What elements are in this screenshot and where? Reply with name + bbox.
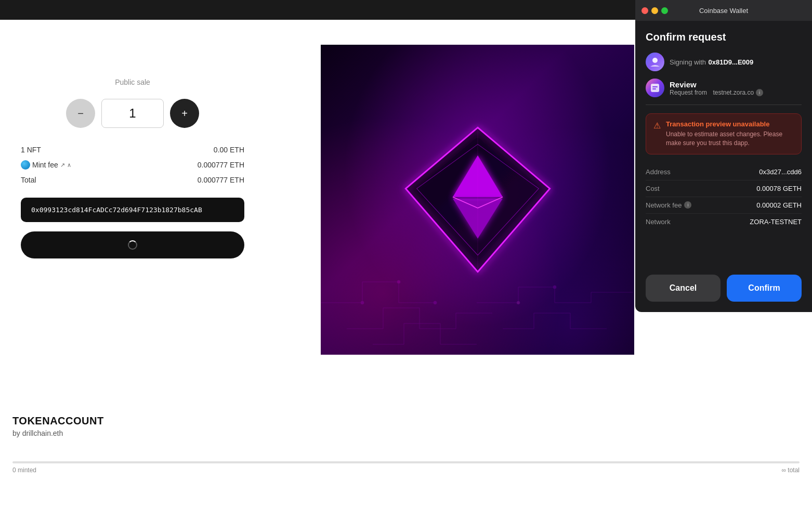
earth-icon <box>21 160 30 170</box>
svg-point-10 <box>434 301 437 304</box>
progress-track <box>12 461 800 463</box>
address-row: Address 0x3d27...cdd6 <box>646 164 802 180</box>
review-row: Review Request from testnet.zora.co i <box>646 79 802 105</box>
network-fee-row: Network fee i 0.00002 GETH <box>646 197 802 214</box>
nft-image-area <box>321 45 634 355</box>
svg-point-13 <box>652 58 658 63</box>
mint-panel: Public sale − + 1 NFT 0.00 ETH Mint fee … <box>21 78 244 258</box>
address-value: 0x3d27...cdd6 <box>759 168 802 176</box>
loading-spinner <box>128 240 137 250</box>
warning-title: Transaction preview unavailable <box>666 120 794 128</box>
quantity-increase-button[interactable]: + <box>170 99 199 128</box>
svg-point-12 <box>553 286 556 289</box>
warning-box: ⚠ Transaction preview unavailable Unable… <box>646 113 802 154</box>
network-fee-value: 0.00002 GETH <box>756 201 802 209</box>
wallet-title-bar: Coinbase Wallet <box>635 0 812 21</box>
maximize-window-button[interactable] <box>661 7 668 14</box>
wallet-popup: Coinbase Wallet Confirm request Signing … <box>635 0 812 312</box>
review-avatar-icon <box>649 82 661 94</box>
svg-rect-14 <box>651 84 659 92</box>
mint-loading-button[interactable] <box>21 231 244 258</box>
wallet-title-text: Coinbase Wallet <box>699 7 748 15</box>
quantity-decrease-button[interactable]: − <box>66 99 95 128</box>
review-from-site[interactable]: testnet.zora.co <box>713 89 754 96</box>
wallet-body: Confirm request Signing with 0x81D9...E0… <box>635 21 812 312</box>
signing-row: Signing with 0x81D9...E009 <box>646 53 802 71</box>
traffic-lights <box>641 7 668 14</box>
price-rows: 1 NFT 0.00 ETH Mint fee ↗ ∧ 0.000777 ETH… <box>21 143 244 187</box>
circuit-lines-svg <box>321 251 633 355</box>
warning-triangle-icon: ⚠ <box>653 121 661 131</box>
address-label: Address <box>646 168 671 176</box>
total-row: Total 0.000777 ETH <box>21 173 244 187</box>
review-from: Request from testnet.zora.co i <box>670 89 763 96</box>
network-row: Network ZORA-TESTNET <box>646 214 802 230</box>
confirm-request-heading: Confirm request <box>646 31 802 43</box>
cancel-button[interactable]: Cancel <box>646 275 721 302</box>
sale-type-label: Public sale <box>21 78 244 86</box>
quantity-row: − + <box>21 99 244 128</box>
mint-fee-row: Mint fee ↗ ∧ 0.000777 ETH <box>21 157 244 173</box>
progress-bar-area: 0 minted ∞ total <box>12 461 800 474</box>
svg-rect-16 <box>652 88 656 89</box>
mint-fee-label: Mint fee ↗ ∧ <box>21 160 71 170</box>
cost-row: Cost 0.00078 GETH <box>646 180 802 197</box>
svg-point-8 <box>361 301 364 304</box>
wallet-actions: Cancel Confirm <box>646 275 802 304</box>
confirm-button[interactable]: Confirm <box>727 275 802 302</box>
tx-hash-box: 0x0993123cd814FcADCc72d694F7123b1827b85c… <box>21 198 244 222</box>
review-avatar <box>646 79 664 97</box>
total-label: Total <box>21 176 36 184</box>
warning-content: Transaction preview unavailable Unable t… <box>666 120 794 148</box>
signing-avatar <box>646 53 664 71</box>
tx-hash-text: 0x0993123cd814FcADCc72d694F7123b1827b85c… <box>31 206 202 214</box>
external-link-icon: ↗ <box>60 162 65 169</box>
token-by: by drillchain.eth <box>12 429 104 437</box>
chevron-up-icon: ∧ <box>67 162 71 169</box>
minimize-window-button[interactable] <box>651 7 658 14</box>
svg-point-9 <box>397 280 400 283</box>
progress-labels: 0 minted ∞ total <box>12 467 800 474</box>
nft-count-label: 1 NFT <box>21 146 41 154</box>
review-from-label: Request from <box>670 89 707 96</box>
nft-price-value: 0.00 ETH <box>214 146 244 154</box>
review-info: Review Request from testnet.zora.co i <box>670 80 763 96</box>
review-title: Review <box>670 80 763 89</box>
network-value: ZORA-TESTNET <box>750 218 802 226</box>
token-name: TOKENACCOUNT <box>12 415 104 427</box>
svg-point-11 <box>517 301 520 304</box>
signing-label: Signing with <box>670 58 706 66</box>
mint-fee-value: 0.000777 ETH <box>198 161 244 169</box>
close-window-button[interactable] <box>641 7 648 14</box>
cost-value: 0.00078 GETH <box>756 185 802 192</box>
quantity-input[interactable] <box>101 99 164 128</box>
network-fee-info-icon[interactable]: i <box>684 201 691 209</box>
signing-address: 0x81D9...E009 <box>709 58 754 66</box>
total-value: 0.000777 ETH <box>198 176 244 184</box>
info-icon[interactable]: i <box>756 89 763 96</box>
token-info: TOKENACCOUNT by drillchain.eth <box>12 415 104 437</box>
nft-price-row: 1 NFT 0.00 ETH <box>21 143 244 157</box>
network-label: Network <box>646 218 671 226</box>
svg-rect-15 <box>652 86 658 87</box>
cost-label: Cost <box>646 185 660 192</box>
signing-info: Signing with 0x81D9...E009 <box>670 57 753 67</box>
detail-section: Address 0x3d27...cdd6 Cost 0.00078 GETH … <box>646 164 802 265</box>
minted-count: 0 minted <box>12 467 36 474</box>
nft-image-inner <box>321 45 634 355</box>
wallet-avatar-icon <box>649 56 661 68</box>
network-fee-label: Network fee i <box>646 201 691 209</box>
total-count: ∞ total <box>781 467 800 474</box>
warning-desc: Unable to estimate asset changes. Please… <box>666 130 794 148</box>
